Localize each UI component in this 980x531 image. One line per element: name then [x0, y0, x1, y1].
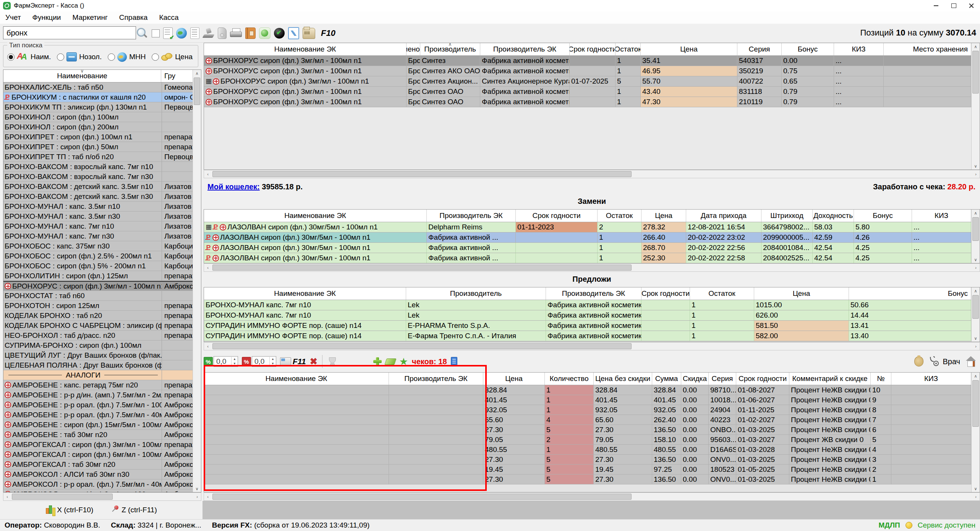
column-header[interactable]: Дата прихода — [686, 210, 761, 222]
list-item[interactable]: БРОНХАЛИС-ХЕЛЬ : таб n50Гомеопат — [3, 82, 193, 92]
vertical-scrollbar[interactable]: ∧∨ — [971, 373, 980, 492]
trophy-icon[interactable] — [327, 357, 337, 366]
table-row[interactable]: 79.05279.05158.100.0095603...01-03-2027П… — [204, 435, 971, 445]
column-header[interactable]: Остаток — [598, 210, 641, 222]
column-header[interactable]: ∧Производитель — [420, 43, 480, 55]
table-row[interactable]: БРОНХОРУС сироп (фл.) 3мг/мл - 100мл n1Б… — [204, 66, 971, 76]
clipboard-check-icon[interactable] — [163, 27, 173, 39]
column-header[interactable]: Наименование ЭК — [204, 210, 427, 222]
column-header[interactable]: Производитель ЭК — [480, 43, 570, 55]
table-row[interactable]: 480.551480.55480.550.00D16A6S01-03-2028П… — [204, 445, 971, 455]
column-header-name[interactable]: ∨ Наименование — [3, 70, 161, 82]
zameni-hscrollbar[interactable]: ‹› — [204, 263, 980, 272]
f10-label[interactable]: F10 — [321, 28, 335, 38]
stock-table-hscrollbar[interactable]: ‹› — [204, 170, 980, 178]
list-item[interactable]: БРОНХО-МУНАЛ : капс. 7мг n10Лизатов ( — [3, 221, 193, 231]
column-header[interactable]: Наименование ЭК — [204, 287, 406, 300]
drug-list-vscrollbar[interactable]: ∧∨ — [193, 70, 201, 492]
column-header[interactable]: Наименование ЭК — [204, 43, 407, 55]
table-row[interactable]: СУПРАДИН ИММУНО ФОРТЕ пор. (саше) n14Е-Ф… — [204, 331, 971, 341]
column-header[interactable]: Комментарий к скидке — [789, 373, 871, 385]
radio-naim-circle[interactable] — [7, 53, 15, 61]
list-item[interactable]: БРОНХИНОЛ : сироп (фл.) 100мл — [3, 112, 193, 122]
table-row[interactable]: БРОНХОРУС сироп (фл.) 3мг/мл - 100мл n1Б… — [204, 97, 971, 107]
list-item[interactable]: БРОНХОТОН : сироп 125млпрепарат — [3, 301, 193, 311]
column-header[interactable]: Цена — [754, 287, 849, 300]
list-item[interactable]: БРОНХО-МУНАЛ : капс. 3.5мг n10Лизатов ( — [3, 202, 193, 211]
list-item[interactable]: ЦЕЛЕБНАЯ ПОЛЯНА : Друг Ваших бронхов (ф/… — [3, 360, 193, 370]
column-header[interactable]: КИЗ — [834, 43, 884, 55]
list-item[interactable]: БРОНХОЛИТИН : сироп (фл.) 125млпрепарат — [3, 271, 193, 281]
column-header[interactable]: Цена — [483, 373, 545, 385]
list-item[interactable]: НЕО-БРОНХОЛ : таб д/расс. n20препарат — [3, 331, 193, 341]
column-header[interactable]: Серия — [709, 373, 736, 385]
table-row[interactable]: 27.30527.30136.500.00ONV0...01-03-2025Пр… — [204, 475, 971, 484]
wallet-link[interactable]: Мой кошелек: — [207, 182, 260, 191]
discount-spinner-1[interactable]: 0,0 ▲▼ — [214, 356, 238, 367]
list-item[interactable]: АМБРОБЕНЕ : р-р орал. (фл.) 7.5мг/мл - 1… — [3, 400, 193, 410]
menu-uchet[interactable]: Учет — [5, 13, 21, 22]
column-header[interactable]: Цена без скидки — [594, 373, 652, 385]
list-item[interactable]: БРОНХИПРЕТ ТП : таб п/об n20Первоцв — [3, 152, 193, 162]
list-item[interactable]: БРОНХИПРЕТ : сироп (фл.) 50млпрепарат — [3, 142, 193, 152]
vertical-scrollbar[interactable]: ∧∨ — [971, 43, 980, 169]
list-item[interactable]: АМБРОБЕНЕ : сироп (фл.) 15мг/5мл - 100мл… — [3, 420, 193, 430]
list-item[interactable]: АМБРОКСОЛ : АЛСИ таб 30мг n30Амброкс — [3, 470, 193, 479]
table-row[interactable]: СУПРАДИН ИММУНО ФОРТЕ пор. (саше) n14E-P… — [204, 321, 971, 331]
column-header[interactable]: Доходность — [813, 210, 854, 222]
vertical-scrollbar[interactable]: ∧∨ — [971, 287, 980, 342]
search-input[interactable] — [3, 26, 136, 39]
column-header[interactable]: Срок годности — [516, 210, 598, 222]
green-globe-icon[interactable] — [259, 27, 271, 39]
table-row[interactable]: РЛАЗОЛВАН сироп (фл.) 30мг/5мл - 100мл n… — [204, 232, 971, 243]
table-row[interactable]: ▦РЛАЗОЛВАН сироп (фл.) 30мг/5мл - 100мл … — [204, 222, 971, 232]
add-item-icon[interactable] — [373, 357, 382, 366]
list-item[interactable]: СУПРИМА-БРОНХО : сироп (фл.) 100мл — [3, 341, 193, 350]
table-row[interactable]: БРОНХОРУС сироп (фл.) 3мг/мл - 100мл n1Б… — [204, 87, 971, 97]
column-header[interactable]: Место хранения — [884, 43, 971, 55]
list-item[interactable]: БРОНХОРУС : сироп (фл.) 3мг/мл - 100мл n… — [3, 281, 193, 291]
chart-document-icon[interactable] — [288, 27, 299, 39]
radio-nozol-circle[interactable] — [57, 53, 64, 61]
vertical-scrollbar[interactable]: ∧∨ — [971, 210, 980, 263]
radio-cena-circle[interactable] — [152, 53, 159, 61]
column-header[interactable]: Остаток — [616, 43, 641, 55]
column-header[interactable]: Бонус — [854, 210, 912, 222]
column-header[interactable]: Серия — [737, 43, 782, 55]
minimize-button[interactable] — [927, 0, 945, 11]
scroll-thumb[interactable] — [194, 77, 200, 105]
z-report-button[interactable]: Z (ctrl-F11) — [109, 504, 159, 516]
column-header[interactable]: Цена — [641, 43, 737, 55]
menu-kassa[interactable]: Касса — [159, 13, 178, 22]
table-row[interactable]: 328.841328.84328.840.0098710...01-08-202… — [204, 385, 971, 395]
notebook-icon[interactable] — [451, 357, 457, 366]
list-item[interactable]: АМБРОКСОЛ : сироп (фл.) 3мг/мл - 100мл n… — [3, 489, 193, 492]
column-header-group[interactable]: Гру — [161, 70, 193, 82]
radio-nozol[interactable]: Нозол. — [57, 52, 102, 61]
table-row[interactable]: РЛАЗОЛВАН сироп (фл.) 30мг/5мл - 100мл n… — [204, 243, 971, 253]
maximize-button[interactable] — [945, 0, 962, 11]
column-header[interactable]: Срок годности — [641, 287, 690, 300]
home-icon[interactable] — [965, 356, 976, 367]
list-item[interactable]: АМБРОКСОЛ : р-р орал. (фл.) 7.5мг/мл - 4… — [3, 479, 193, 489]
column-header[interactable]: Бонус — [782, 43, 834, 55]
column-header[interactable]: Остаток — [690, 287, 754, 300]
table-row[interactable]: РЛАЗОЛВАН сироп (фл.) 30мг/5мл - 100мл n… — [204, 253, 971, 263]
list-item[interactable]: КОДЕЛАК БРОНХО : таб n20препарат — [3, 311, 193, 321]
drug-list-hscrollbar[interactable]: ‹› — [3, 492, 201, 501]
column-header[interactable]: Наименование ЭК — [204, 373, 389, 385]
cash-register-icon[interactable] — [303, 28, 315, 39]
column-header[interactable]: Производитель ЭК — [427, 210, 516, 222]
table-row[interactable]: 401.451401.45401.450.0010018...01-06-202… — [204, 395, 971, 405]
address-book-icon[interactable] — [245, 27, 256, 39]
list-item[interactable]: БРОНХО-ВАКСОМ : детский капс. 3.5мг n30Л… — [3, 192, 193, 202]
table-row[interactable]: 19.45519.4597.250.0018052301-05-2025Проц… — [204, 465, 971, 475]
list-item[interactable]: АМБРОБЕНЕ : р-р д/ин. (амп.) 7.5мг/мл - … — [3, 390, 193, 400]
list-item[interactable]: БРОНХО-МУНАЛ : капс. 7мг n30Лизатов ( — [3, 231, 193, 241]
table-row[interactable]: 27.30527.30136.500.00ONV0...01-03-2025Пр… — [204, 455, 971, 465]
radio-mnn-circle[interactable] — [108, 53, 115, 61]
column-header[interactable]: Производитель ЭК — [389, 373, 483, 385]
list-item[interactable]: БРОНХО-ВАКСОМ : взрослый капс. 7мг n10 — [3, 162, 193, 172]
list-item[interactable]: БРОНХОБОС : капс. 375мг n30Карбоци — [3, 241, 193, 251]
table-row[interactable]: БРОНХО-МУНАЛ капс. 7мг n10LekФабрика акт… — [204, 300, 971, 310]
